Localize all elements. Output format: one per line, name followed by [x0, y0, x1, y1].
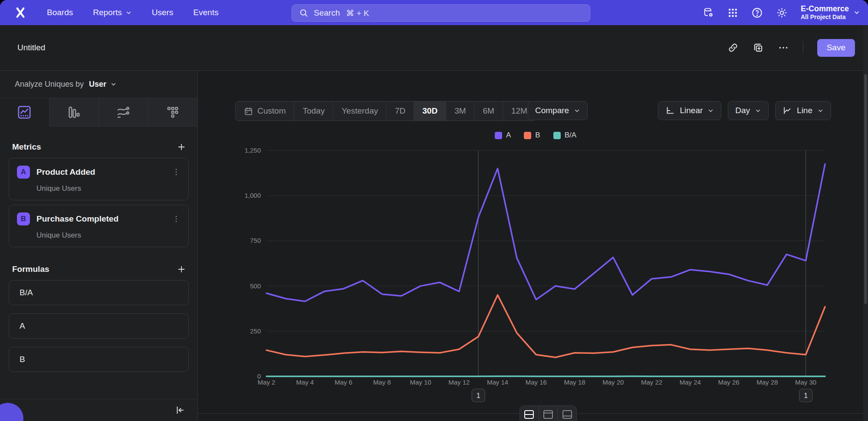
metric-list: AProduct AddedUnique UsersBPurchase Comp… — [9, 158, 189, 247]
y-axis-tick: 1,000 — [244, 192, 261, 199]
report-actions: Save — [727, 39, 855, 57]
search-placeholder: Search — [314, 8, 340, 18]
metric-options-icon[interactable] — [172, 215, 181, 223]
copy-link-icon[interactable] — [727, 42, 739, 53]
formulas-heading: Formulas — [12, 264, 49, 274]
query-sidebar: Analyze Uniques by User Metrics AProduct… — [0, 71, 198, 421]
search-icon — [299, 8, 309, 18]
more-options-icon[interactable] — [778, 42, 789, 53]
x-axis-tick: May 26 — [718, 379, 740, 386]
x-axis-tick: May 28 — [756, 379, 778, 386]
scrollbar-thumb[interactable] — [864, 74, 867, 304]
metrics-heading: Metrics — [12, 142, 41, 152]
analyze-uniques-row: Analyze Uniques by User — [0, 71, 197, 98]
formula-label: B/A — [20, 288, 33, 297]
nav-item-label: Users — [152, 8, 174, 17]
formula-card[interactable]: B — [9, 347, 189, 372]
x-axis-tick: May 20 — [602, 379, 624, 386]
x-axis-tick: May 14 — [487, 379, 508, 386]
data-settings-icon[interactable] — [703, 7, 714, 19]
y-axis-tick: 750 — [250, 237, 261, 244]
duplicate-icon[interactable] — [753, 42, 764, 53]
x-axis-tick: May 12 — [448, 379, 470, 386]
chevron-down-icon — [110, 81, 117, 88]
visualization-tab-flow-chart[interactable] — [99, 98, 148, 126]
annotation-badge-label: 1 — [804, 392, 808, 400]
formula-card[interactable]: B/A — [9, 280, 189, 305]
x-axis-tick: May 30 — [795, 379, 816, 386]
metric-card[interactable]: AProduct AddedUnique Users — [9, 158, 189, 200]
nav-right: E-Commerce All Project Data — [703, 0, 860, 25]
settings-gear-icon[interactable] — [776, 7, 788, 19]
top-nav: BoardsReportsUsersEvents Search ⌘ + K — [0, 0, 868, 25]
sidebar-footer — [0, 399, 197, 421]
formula-label: B — [20, 355, 25, 364]
save-button[interactable]: Save — [817, 39, 855, 57]
grid-chart-icon — [165, 104, 181, 120]
nav-item-label: Reports — [93, 8, 122, 17]
x-axis-tick: May 6 — [335, 379, 352, 386]
visualization-tabs — [0, 98, 197, 127]
app-window: BoardsReportsUsersEvents Search ⌘ + K — [0, 0, 868, 421]
x-axis-tick: May 2 — [258, 379, 276, 386]
line-chart-icon — [16, 104, 32, 120]
formula-card[interactable]: A — [9, 313, 189, 339]
project-switcher[interactable]: E-Commerce All Project Data — [801, 4, 860, 21]
view-top-panel-icon — [542, 409, 554, 420]
metric-title: Purchase Completed — [36, 214, 172, 224]
y-axis-tick: 1,250 — [244, 147, 261, 154]
nav-item-events[interactable]: Events — [193, 8, 218, 17]
panel-toggle-view-bottom-panel[interactable] — [558, 406, 576, 421]
analyze-label: Analyze Uniques by — [15, 80, 84, 89]
panel-toggle-view-top-panel[interactable] — [539, 406, 558, 421]
report-canvas: CustomTodayYesterday7D30D3M6M12M Compare… — [198, 71, 868, 421]
search-input[interactable]: Search ⌘ + K — [292, 4, 590, 22]
chevron-down-icon — [853, 9, 860, 16]
analyze-value-dropdown[interactable]: User — [89, 80, 106, 89]
x-axis-tick: May 8 — [373, 379, 391, 386]
x-axis-tick: May 10 — [410, 379, 431, 386]
metrics-header: Metrics — [12, 142, 186, 152]
series-line-a[interactable] — [266, 164, 825, 301]
project-scope: All Project Data — [801, 13, 849, 21]
mixpanel-logo[interactable] — [13, 5, 28, 20]
x-axis-tick: May 24 — [680, 379, 701, 386]
metric-badge: A — [17, 166, 30, 179]
help-icon[interactable] — [751, 7, 763, 19]
visualization-tab-line-chart[interactable] — [0, 98, 49, 127]
chevron-down-icon — [125, 10, 132, 16]
x-axis-tick: May 4 — [296, 379, 314, 386]
content: Analyze Uniques by User Metrics AProduct… — [0, 71, 868, 421]
annotation-badge-label: 1 — [476, 392, 480, 400]
nav-item-reports[interactable]: Reports — [93, 8, 132, 17]
series-line-b[interactable] — [266, 295, 825, 357]
x-axis-tick: May 22 — [641, 379, 662, 386]
divider — [803, 42, 803, 54]
panel-toggle-view-split[interactable] — [520, 406, 539, 421]
report-title[interactable]: Untitled — [17, 43, 45, 52]
project-name: E-Commerce — [801, 4, 849, 14]
nav-item-boards[interactable]: Boards — [47, 8, 73, 17]
metric-subtitle: Unique Users — [36, 184, 181, 193]
line-chart[interactable]: 02505007501,0001,25011May 2May 4May 6May… — [198, 71, 868, 421]
add-metric-button[interactable] — [177, 142, 186, 152]
add-formula-button[interactable] — [177, 264, 186, 274]
metric-title: Product Added — [36, 167, 172, 177]
nav-item-label: Boards — [47, 8, 73, 17]
nav-item-users[interactable]: Users — [152, 8, 174, 17]
metric-options-icon[interactable] — [172, 168, 181, 176]
flow-chart-icon — [115, 104, 131, 120]
report-header: Untitled — [0, 25, 868, 71]
sidebar-body: Metrics AProduct AddedUnique UsersBPurch… — [0, 142, 197, 372]
collapse-sidebar-icon[interactable] — [175, 405, 185, 415]
visualization-tab-grid-chart[interactable] — [148, 98, 197, 126]
formulas-header: Formulas — [12, 264, 186, 274]
y-axis-tick: 500 — [250, 282, 261, 290]
x-axis-tick: May 16 — [526, 379, 547, 386]
visualization-tab-bar-chart[interactable] — [49, 98, 99, 126]
formula-list: B/AAB — [9, 280, 189, 372]
apps-grid-icon[interactable] — [727, 7, 738, 18]
scrollbar-track — [863, 26, 868, 421]
metric-card[interactable]: BPurchase CompletedUnique Users — [9, 205, 189, 247]
bar-chart-icon — [66, 104, 82, 120]
